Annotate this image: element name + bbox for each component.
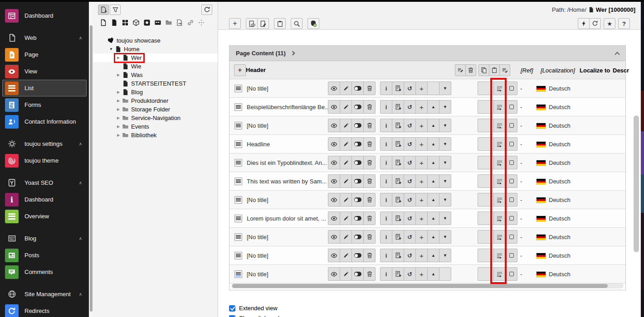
row-info-button[interactable]: i (380, 137, 392, 151)
expand-arrow-icon[interactable]: ▶ (115, 99, 122, 103)
sidebar-item-site-management[interactable]: Site Management∧ (2, 286, 87, 303)
new-record-button[interactable]: + (229, 18, 241, 29)
row-move-up-button[interactable]: ▲ (427, 249, 439, 262)
row-info-button[interactable]: i (380, 156, 392, 169)
sidebar-item-yoast-seo[interactable]: Yoast SEO∧ (2, 174, 87, 191)
expand-arrow-icon[interactable]: ▶ (115, 133, 122, 137)
page-scrollbar-thumb[interactable] (634, 115, 639, 252)
expand-arrow-icon[interactable]: ▶ (115, 107, 122, 111)
sidebar-item-toujou-settings[interactable]: toujou settings∧ (2, 135, 87, 152)
row-select-checkbox-button[interactable] (505, 249, 517, 262)
row-move-up-button[interactable]: ▲ (427, 156, 439, 169)
expand-arrow-icon[interactable]: ▶ (115, 90, 122, 94)
new-page-button[interactable] (98, 5, 109, 15)
row-new-record-button[interactable] (392, 230, 404, 244)
tree-item-bibliothek[interactable]: ▶Bibliothek (93, 131, 218, 139)
row-move-up-button[interactable]: ▲ (427, 193, 439, 207)
row-plus-button[interactable]: + (415, 100, 428, 114)
row-select-checkbox-button[interactable] (505, 156, 517, 169)
row-info-button[interactable]: i (380, 119, 392, 132)
drag-new-link-icon[interactable] (187, 19, 194, 26)
help-button[interactable]: ? (618, 18, 630, 29)
row-localize-button[interactable] (493, 156, 506, 169)
row-edit-button[interactable] (340, 137, 352, 151)
row-delete-button[interactable] (363, 193, 376, 207)
row-history-button[interactable]: ↺ (404, 267, 416, 281)
row-toggle-visibility-button[interactable] (351, 119, 364, 132)
row-move-down-button[interactable]: ▼ (439, 193, 451, 207)
drag-new-page-black-icon[interactable] (111, 19, 118, 26)
expand-arrow-icon[interactable]: ▶ (115, 116, 122, 120)
row-localize-button[interactable] (493, 230, 506, 244)
row-edit-button[interactable] (340, 193, 352, 207)
row-localize-button[interactable] (493, 249, 506, 262)
tree-item-storage-folder[interactable]: ▶Storage Folder (93, 105, 218, 114)
drag-new-shortcut-icon[interactable] (122, 19, 129, 26)
row-delete-button[interactable] (363, 100, 376, 114)
tree-item-blog[interactable]: ▶Blog (93, 88, 218, 96)
tree-item-toujou-showcase[interactable]: toujou showcase (93, 36, 218, 45)
row-plus-button[interactable]: + (415, 267, 428, 281)
row-view-button[interactable] (328, 230, 340, 244)
sidebar-item-web[interactable]: Web∧ (2, 29, 87, 46)
row-info-button[interactable]: i (380, 267, 392, 281)
view-webpage-button[interactable] (246, 18, 258, 29)
tree-item-startseitentest[interactable]: STARTSEITENTEST (93, 79, 218, 88)
row-plus-button[interactable]: + (415, 193, 428, 207)
row-history-button[interactable]: ↺ (404, 156, 416, 169)
row-move-down-button[interactable]: ▼ (439, 211, 451, 225)
row-localize-button[interactable] (493, 82, 506, 95)
row-delete-button[interactable] (363, 267, 376, 281)
row-select-checkbox-button[interactable] (505, 100, 517, 114)
row-plus-button[interactable]: + (415, 230, 428, 244)
row-edit-button[interactable] (340, 230, 352, 244)
tree-item-home[interactable]: ▼Home (93, 45, 218, 53)
row-history-button[interactable]: ↺ (404, 211, 416, 225)
row-move-down-button[interactable]: ▼ (439, 100, 451, 114)
row-select-checkbox-button[interactable] (505, 267, 517, 281)
row-view-button[interactable] (328, 249, 340, 262)
row-info-button[interactable]: i (380, 82, 392, 95)
bookmark-button[interactable]: ★ (604, 18, 615, 29)
row-view-button[interactable] (328, 137, 340, 151)
row-move-up-button[interactable]: ▲ (427, 230, 439, 244)
check-all-button[interactable] (499, 64, 510, 76)
row-delete-button[interactable] (363, 137, 376, 151)
expand-arrow-icon[interactable]: ▶ (115, 73, 122, 77)
row-info-button[interactable]: i (380, 249, 392, 262)
tree-item-wie[interactable]: Wie (93, 62, 218, 71)
row-move-down-button[interactable]: ▼ (439, 230, 451, 244)
drag-new-folder-icon[interactable] (165, 19, 172, 26)
drag-new-page-standard-icon[interactable] (100, 19, 107, 26)
sidebar-item-dashboard[interactable]: Dashboard (2, 7, 87, 24)
sidebar-item-posts[interactable]: Posts (2, 247, 87, 264)
reload-button[interactable] (589, 18, 601, 29)
row-view-button[interactable] (328, 156, 340, 169)
copy-marked-button[interactable] (478, 64, 489, 76)
row-move-up-button[interactable]: ▲ (427, 174, 439, 188)
sidebar-item-page[interactable]: Page (2, 46, 87, 63)
row-move-down-button[interactable]: ▼ (439, 119, 451, 132)
row-localize-button[interactable] (493, 174, 506, 188)
row-localize-button[interactable] (493, 267, 506, 281)
row-edit-button[interactable] (340, 249, 352, 262)
row-select-checkbox-button[interactable] (505, 82, 517, 95)
row-plus-button[interactable]: + (415, 211, 428, 225)
tree-refresh-button[interactable] (201, 5, 212, 15)
row-select-checkbox-button[interactable] (505, 211, 517, 225)
row-localize-button[interactable] (493, 211, 506, 225)
row-edit-button[interactable] (340, 211, 352, 225)
sidebar-scrollbar-thumb[interactable] (90, 25, 93, 312)
row-view-button[interactable] (328, 211, 340, 225)
panel-hscrollbar-thumb[interactable] (232, 284, 608, 288)
row-toggle-visibility-button[interactable] (351, 82, 364, 95)
row-plus-button[interactable]: + (415, 249, 428, 262)
row-move-down-button[interactable]: ▼ (439, 82, 451, 95)
row-move-up-button[interactable]: ▲ (427, 119, 439, 132)
row-toggle-visibility-button[interactable] (351, 193, 364, 207)
row-view-button[interactable] (328, 100, 340, 114)
row-toggle-visibility-button[interactable] (351, 249, 364, 262)
row-new-record-button[interactable] (392, 249, 404, 262)
sidebar-item-forms[interactable]: Forms (2, 96, 87, 113)
edit-marked-button[interactable] (455, 64, 466, 76)
